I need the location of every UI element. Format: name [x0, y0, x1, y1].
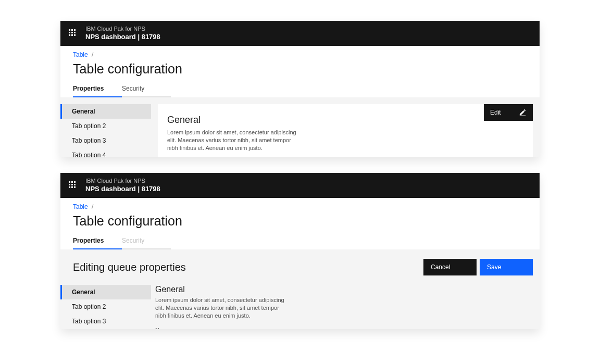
global-header: IBM Cloud Pak for NPS NPS dashboard | 81… [60, 173, 540, 198]
edit-icon [519, 109, 527, 116]
breadcrumb-separator: / [90, 203, 95, 210]
editing-heading: Editing queue properties [73, 261, 186, 273]
app-switcher-icon[interactable] [69, 29, 77, 37]
sidenav-item-option-4[interactable]: Tab option 4 [60, 148, 151, 157]
breadcrumb: Table / [73, 51, 527, 58]
page-title: Table configuration [73, 214, 527, 229]
sidenav-item-option-3[interactable]: Tab option 3 [60, 314, 151, 329]
tab-security[interactable]: Security [122, 81, 171, 97]
page-title: Table configuration [73, 61, 527, 77]
side-nav: General Tab option 2 Tab option 3 Tab op… [60, 285, 151, 329]
svg-rect-0 [520, 116, 526, 116]
edit-button[interactable]: Edit [484, 104, 533, 121]
sidenav-item-general[interactable]: General [60, 285, 151, 299]
breadcrumb-root[interactable]: Table [73, 203, 88, 210]
cancel-button[interactable]: Cancel [423, 259, 477, 275]
section-subtitle: Lorem ipsum dolor sit amet, consectetur … [167, 129, 297, 152]
tab-properties[interactable]: Properties [73, 81, 122, 97]
form-section-title: General [155, 285, 319, 294]
config-panel-editing: IBM Cloud Pak for NPS NPS dashboard | 81… [60, 173, 540, 329]
header-title: NPS dashboard | 81798 [85, 33, 160, 41]
sidenav-item-general[interactable]: General [60, 104, 151, 119]
form-area: General Lorem ipsum dolor sit amet, cons… [151, 285, 328, 329]
breadcrumb-separator: / [90, 51, 95, 58]
sidenav-item-option-3[interactable]: Tab option 3 [60, 133, 151, 148]
sidenav-item-option-2[interactable]: Tab option 2 [60, 299, 151, 314]
section-title: General [167, 115, 523, 125]
tab-properties[interactable]: Properties [73, 233, 122, 249]
global-header: IBM Cloud Pak for NPS NPS dashboard | 81… [60, 21, 540, 46]
tabs: Properties Security [60, 233, 540, 249]
tabs: Properties Security [60, 81, 540, 97]
header-product: IBM Cloud Pak for NPS [85, 178, 160, 185]
header-title: NPS dashboard | 81798 [85, 185, 160, 193]
sidenav-item-option-2[interactable]: Tab option 2 [60, 119, 151, 133]
form-section-subtitle: Lorem ipsum dolor sit amet, consectetur … [155, 296, 291, 320]
breadcrumb: Table / [73, 203, 527, 210]
side-nav: General Tab option 2 Tab option 3 Tab op… [60, 97, 151, 157]
config-panel-readonly: IBM Cloud Pak for NPS NPS dashboard | 81… [60, 21, 540, 157]
header-product: IBM Cloud Pak for NPS [85, 26, 160, 33]
name-input-label: Name [155, 327, 319, 329]
tab-security: Security [122, 233, 171, 249]
app-switcher-icon[interactable] [69, 181, 77, 190]
detail-card: Edit General Lorem ipsum dolor sit amet,… [158, 104, 533, 157]
save-button[interactable]: Save [480, 259, 533, 275]
sidenav-item-option-4[interactable]: Tab option 4 [60, 329, 151, 329]
edit-button-label: Edit [490, 109, 501, 116]
breadcrumb-root[interactable]: Table [73, 51, 88, 58]
